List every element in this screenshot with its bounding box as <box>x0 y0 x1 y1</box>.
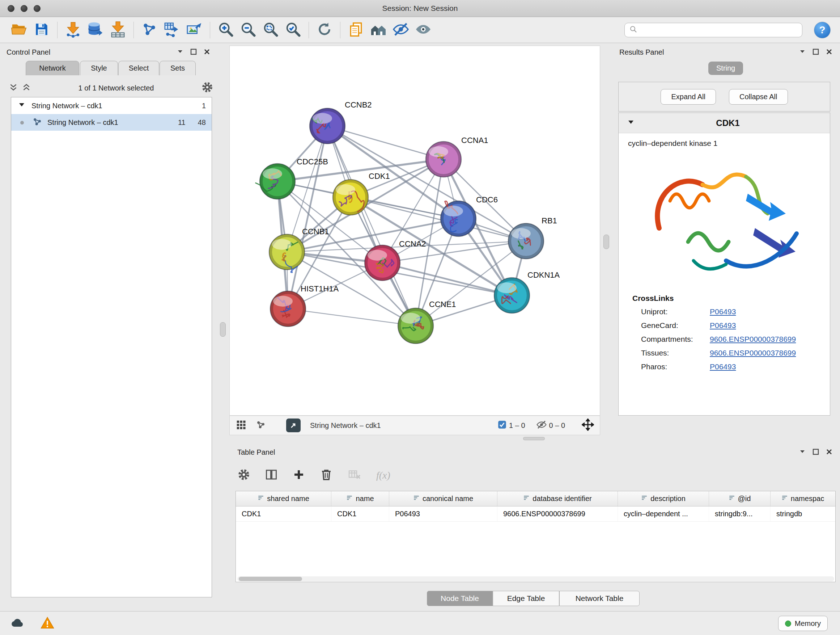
gear-icon[interactable] <box>201 81 213 95</box>
import-network-file-button[interactable] <box>62 19 84 41</box>
open-in-new-window-button[interactable] <box>286 418 301 432</box>
save-session-button[interactable] <box>30 19 53 41</box>
vertical-splitter-handle[interactable] <box>603 234 609 249</box>
zoom-window-button[interactable] <box>34 5 41 12</box>
expand-all-button[interactable]: Expand All <box>660 89 716 105</box>
column-header[interactable]: namespac <box>771 491 835 506</box>
warning-icon[interactable] <box>41 616 54 631</box>
column-attribute-icon <box>346 494 353 503</box>
search-box[interactable] <box>624 23 802 37</box>
crosslink-link[interactable]: P06493 <box>710 321 736 330</box>
hidden-eye-slash-icon[interactable] <box>536 419 547 432</box>
memory-button[interactable]: Memory <box>778 616 828 631</box>
vertical-splitter-handle[interactable] <box>220 322 226 337</box>
collapse-all-button[interactable]: Collapse All <box>729 89 788 105</box>
cloud-icon[interactable] <box>10 616 25 632</box>
show-columns-icon[interactable] <box>265 468 278 483</box>
table-cell[interactable]: stringdb <box>771 507 835 521</box>
column-header[interactable]: @id <box>709 491 771 506</box>
table-settings-gear-icon[interactable] <box>237 468 250 483</box>
tab-node-table[interactable]: Node Table <box>427 591 493 606</box>
collapse-panel-icon[interactable] <box>799 448 806 457</box>
horizontal-scrollbar[interactable] <box>237 576 834 581</box>
table-cell[interactable]: CDK1 <box>236 507 332 521</box>
crosslink-link[interactable]: 9606.ENSP00000378699 <box>710 335 796 344</box>
column-header[interactable]: database identifier <box>497 491 618 506</box>
tab-network-table[interactable]: Network Table <box>559 591 639 606</box>
tree-expand-triangle-icon[interactable] <box>19 102 25 110</box>
first-neighbors-button[interactable] <box>367 19 390 41</box>
tab-sets[interactable]: Sets <box>159 61 196 75</box>
import-network-database-button[interactable] <box>84 19 107 41</box>
zoom-fit-button[interactable] <box>259 19 282 41</box>
crosslink-link[interactable]: P06493 <box>710 307 736 316</box>
tab-select[interactable]: Select <box>118 61 159 75</box>
column-header[interactable]: canonical name <box>389 491 497 506</box>
tab-network[interactable]: Network <box>26 61 79 75</box>
crosslink-link[interactable]: P06493 <box>710 363 736 371</box>
float-panel-icon[interactable] <box>813 448 819 456</box>
copy-documents-button[interactable] <box>345 19 367 41</box>
column-header[interactable]: description <box>618 491 709 506</box>
column-header[interactable]: shared name <box>236 491 332 506</box>
crosslink-row: GeneCard:P06493 <box>619 318 830 333</box>
float-panel-icon[interactable] <box>190 49 197 57</box>
tab-string[interactable]: String <box>708 62 743 75</box>
table-cell[interactable]: stringdb:9... <box>709 507 771 521</box>
close-window-button[interactable] <box>8 5 14 12</box>
table-row[interactable]: CDK1 CDK1 P06493 9606.ENSP00000378699 cy… <box>236 507 835 522</box>
crosslink-link[interactable]: 9606.ENSP00000378699 <box>710 348 796 357</box>
minimize-window-button[interactable] <box>21 5 27 12</box>
scrollbar-thumb[interactable] <box>239 577 302 581</box>
table-cell[interactable]: CDK1 <box>332 507 389 521</box>
gene-collapse-triangle-icon[interactable] <box>627 119 635 127</box>
close-panel-icon[interactable] <box>826 448 833 457</box>
network-table-icon <box>164 21 180 39</box>
memory-label: Memory <box>795 619 821 628</box>
open-session-button[interactable] <box>8 19 30 41</box>
new-network-button[interactable] <box>138 19 161 41</box>
network-share-small-icon[interactable] <box>256 420 266 431</box>
horizontal-splitter-handle[interactable] <box>523 437 545 440</box>
search-input[interactable] <box>641 26 798 34</box>
documents-icon <box>348 21 364 39</box>
refresh-button[interactable] <box>313 19 336 41</box>
node-table: shared name name canonical name database… <box>235 491 836 582</box>
collapse-all-chevron-icon[interactable] <box>22 82 31 93</box>
delete-column-trash-icon[interactable] <box>320 468 333 483</box>
control-panel-title: Control Panel <box>6 48 50 57</box>
expand-all-chevron-icon[interactable] <box>9 82 18 93</box>
tab-style[interactable]: Style <box>80 61 118 75</box>
network-from-table-button[interactable] <box>161 19 183 41</box>
export-image-button[interactable] <box>183 19 205 41</box>
selected-checkbox-icon[interactable] <box>497 420 507 431</box>
zoom-in-button[interactable] <box>215 19 237 41</box>
column-header[interactable]: name <box>332 491 389 506</box>
network-collection-row[interactable]: String Network – cdk1 1 <box>11 97 212 114</box>
crosslink-label: GeneCard: <box>641 321 710 330</box>
float-panel-icon[interactable] <box>813 49 819 57</box>
close-panel-icon[interactable] <box>203 48 210 57</box>
network-row[interactable]: String Network – cdk1 11 48 <box>11 114 212 131</box>
results-controls: Expand All Collapse All <box>618 82 830 111</box>
network-canvas[interactable]: CCNB2CCNA1CDC25BCDK1CDC6RB1CCNB1CCNA2CDK… <box>230 46 600 415</box>
collapse-panel-icon[interactable] <box>177 48 184 57</box>
tab-edge-table[interactable]: Edge Table <box>493 591 559 606</box>
collapse-panel-icon[interactable] <box>799 48 806 57</box>
zoom-selected-button[interactable] <box>282 19 304 41</box>
birds-eye-grid-icon[interactable] <box>235 419 246 432</box>
network-view[interactable]: CCNB2CCNA1CDC25BCDK1CDC6RB1CCNB1CCNA2CDK… <box>229 46 600 416</box>
table-cell[interactable]: 9606.ENSP00000378699 <box>497 507 618 521</box>
help-button[interactable]: ? <box>814 22 831 38</box>
add-column-plus-icon[interactable] <box>292 468 305 483</box>
gene-header[interactable]: CDK1 <box>619 113 830 133</box>
close-panel-icon[interactable] <box>826 48 833 57</box>
show-all-button[interactable] <box>412 19 434 41</box>
crosshair-move-icon[interactable] <box>582 418 594 432</box>
table-cell[interactable]: cyclin–dependent ... <box>618 507 709 521</box>
hide-selected-button[interactable] <box>390 19 412 41</box>
network-view-footer: String Network – cdk1 1 – 0 0 – 0 <box>229 416 600 435</box>
import-table-button[interactable] <box>107 19 129 41</box>
table-cell[interactable]: P06493 <box>389 507 497 521</box>
zoom-out-button[interactable] <box>237 19 259 41</box>
